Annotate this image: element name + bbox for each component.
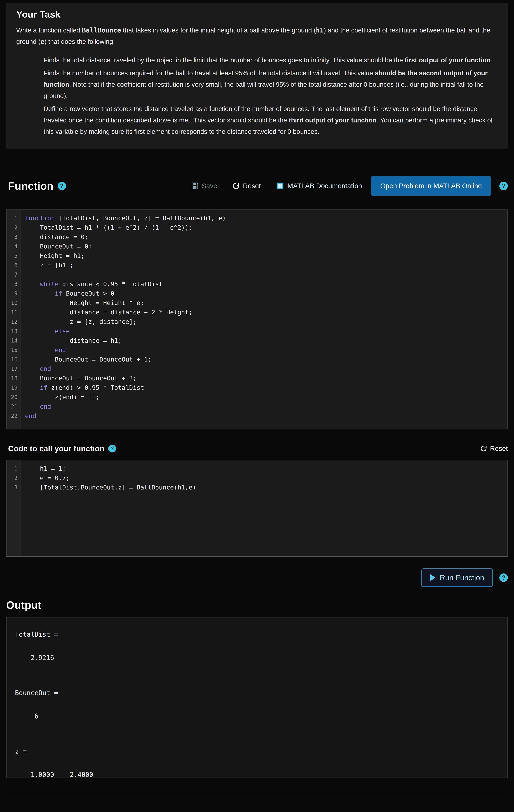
code-line: BounceOut = BounceOut + 3; <box>25 374 508 383</box>
task-bullet: Finds the number of bounces required for… <box>44 67 498 102</box>
grader-page: Your Task Write a function called BallBo… <box>0 0 514 812</box>
code-line: if BounceOut > 0 <box>25 289 508 298</box>
line-number: 2 <box>6 223 18 232</box>
function-editor-gutter: 12345678910111213141516171819202122 <box>6 210 21 429</box>
text-segment: Write a function called <box>16 27 82 34</box>
code-line: [TotalDist,BounceOut,z] = BallBounce(h1,… <box>25 483 508 492</box>
call-section-header: Code to call your function ? Reset <box>8 440 508 457</box>
function-editor-code[interactable]: function [TotalDist, BounceOut, z] = Bal… <box>21 210 508 429</box>
call-editor-gutter: 123 <box>6 460 21 556</box>
task-title: Your Task <box>16 9 498 20</box>
keyword-token: end <box>40 403 51 410</box>
task-bullet-list: Finds the total distance traveled by the… <box>16 54 498 137</box>
toolbar-help-icon[interactable]: ? <box>499 182 508 190</box>
task-bullet: Define a row vector that stores the dist… <box>44 103 498 137</box>
output-text: TotalDist = 2.9216 BounceOut = 6 z = 1.0… <box>15 629 508 781</box>
text-segment: first output of your function <box>405 57 490 64</box>
function-help-icon[interactable]: ? <box>58 182 66 190</box>
run-row: Run Function ? <box>6 568 508 587</box>
code-line: z = [z, distance]; <box>25 317 508 326</box>
line-number: 21 <box>6 402 18 411</box>
line-number: 18 <box>6 374 18 383</box>
call-code-editor[interactable]: 123 h1 = 1; e = 0.7; [TotalDist,BounceOu… <box>6 460 508 557</box>
line-number: 19 <box>6 383 18 393</box>
text-segment: e <box>40 38 44 45</box>
matlab-documentation-label: MATLAB Documentation <box>288 182 362 190</box>
run-help-icon[interactable]: ? <box>499 574 508 582</box>
line-number: 4 <box>6 242 18 251</box>
code-line: end <box>25 364 508 374</box>
code-line: e = 0.7; <box>25 473 508 483</box>
keyword-token: else <box>55 327 70 335</box>
code-line: BounceOut = BounceOut + 1; <box>25 355 508 364</box>
line-number: 20 <box>6 393 18 402</box>
keyword-token: end <box>40 365 51 372</box>
line-number: 3 <box>6 232 18 242</box>
keyword-token: while <box>40 281 58 288</box>
code-line: end <box>25 402 508 411</box>
code-line <box>25 270 508 279</box>
code-line: z = [h1]; <box>25 260 508 270</box>
line-number: 1 <box>6 464 18 473</box>
reset-icon <box>232 182 240 190</box>
task-intro: Write a function called BallBounce that … <box>16 25 498 47</box>
play-icon <box>430 574 435 581</box>
run-function-label: Run Function <box>440 573 484 582</box>
code-line: Height = Height * e; <box>25 298 508 308</box>
code-line: distance = 0; <box>25 232 508 242</box>
task-panel: Your Task Write a function called BallBo… <box>6 3 508 149</box>
save-label: Save <box>202 182 217 190</box>
matlab-documentation-link[interactable]: MATLAB Documentation <box>276 181 362 190</box>
code-line: function [TotalDist, BounceOut, z] = Bal… <box>25 213 508 223</box>
line-number: 1 <box>6 213 18 223</box>
code-line: TotalDist = h1 * ((1 + e^2) / (1 - e^2))… <box>25 223 508 232</box>
line-number: 10 <box>6 298 18 308</box>
run-function-button[interactable]: Run Function <box>421 569 493 587</box>
code-line: BounceOut = 0; <box>25 242 508 251</box>
code-line: z(end) = []; <box>25 393 508 402</box>
save-button[interactable]: Save <box>191 182 217 190</box>
function-toolbar: Save Reset MATLAB Documentation Open Pro… <box>191 176 508 196</box>
text-segment: that takes in values for the initial hei… <box>121 27 316 34</box>
code-line: end <box>25 345 508 355</box>
section-divider <box>6 793 508 793</box>
reset-function-button[interactable]: Reset <box>232 182 261 190</box>
open-problem-matlab-online-button[interactable]: Open Problem in MATLAB Online <box>371 176 491 196</box>
text-segment: ) that does the following: <box>44 38 115 45</box>
line-number: 14 <box>6 336 18 345</box>
line-number: 5 <box>6 251 18 260</box>
code-line: while distance < 0.95 * TotalDist <box>25 279 508 289</box>
code-line: end <box>25 411 508 420</box>
function-code-editor[interactable]: 12345678910111213141516171819202122 func… <box>6 209 508 429</box>
text-segment: Finds the number of bounces required for… <box>44 69 375 77</box>
code-line: distance = distance + 2 * Height; <box>25 308 508 317</box>
reset-icon <box>480 445 487 452</box>
book-icon <box>276 181 285 190</box>
code-line: if z(end) > 0.95 * TotalDist <box>25 383 508 393</box>
keyword-token: end <box>25 412 36 419</box>
code-line: distance = h1; <box>25 336 508 345</box>
call-editor-code[interactable]: h1 = 1; e = 0.7; [TotalDist,BounceOut,z]… <box>21 460 508 556</box>
function-title-wrap: Function ? <box>8 180 66 192</box>
line-number: 11 <box>6 308 18 317</box>
line-number: 2 <box>6 473 18 483</box>
line-number: 13 <box>6 326 18 336</box>
call-section-title: Code to call your function <box>8 444 104 453</box>
line-number: 6 <box>6 260 18 270</box>
code-line: h1 = 1; <box>25 464 508 473</box>
call-help-icon[interactable]: ? <box>108 445 116 453</box>
code-line: else <box>25 326 508 336</box>
line-number: 3 <box>6 483 18 492</box>
reset-call-label: Reset <box>490 445 508 453</box>
line-number: 22 <box>6 411 18 420</box>
text-segment: . Note that if the coefficient of restit… <box>44 81 484 99</box>
call-title-wrap: Code to call your function ? <box>8 444 116 453</box>
reset-call-button[interactable]: Reset <box>480 445 508 453</box>
text-segment: third output of your function <box>289 117 377 124</box>
function-title: Function <box>8 180 53 192</box>
keyword-token: if <box>40 384 48 391</box>
output-header: Output <box>6 599 41 611</box>
keyword-token: function <box>25 214 55 222</box>
save-icon <box>191 182 199 190</box>
text-segment: Finds the total distance traveled by the… <box>44 57 405 64</box>
